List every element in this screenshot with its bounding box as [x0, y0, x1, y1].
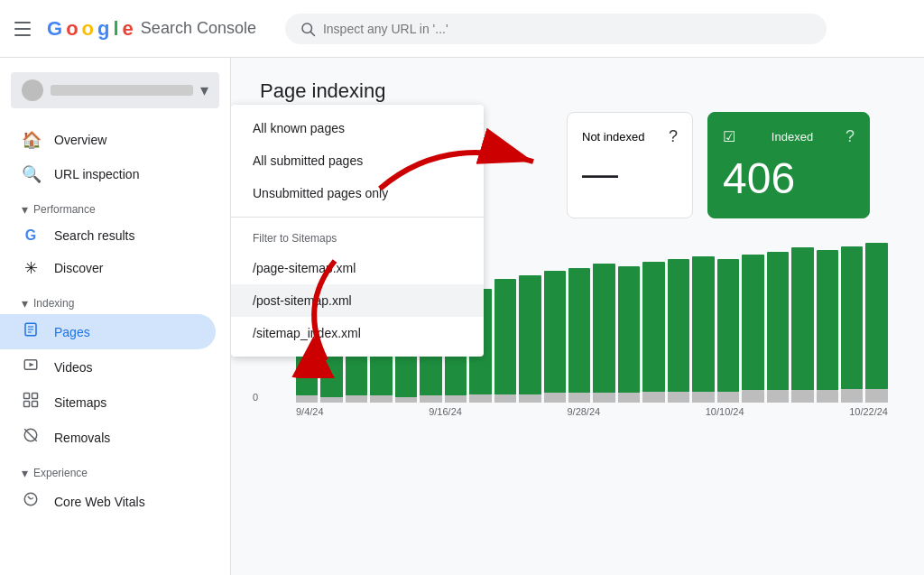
sidebar-item-label: Removals: [54, 431, 110, 445]
sidebar-item-label: Discover: [54, 261, 103, 275]
chart-bar-green: [642, 262, 664, 392]
sidebar-item-label: Sitemaps: [54, 395, 106, 410]
not-indexed-card: Not indexed ? —: [567, 112, 693, 218]
sidebar-item-label: URL inspection: [54, 167, 139, 181]
chart-bar-group: [618, 240, 640, 403]
google-icon: G: [22, 227, 40, 244]
home-icon: 🏠: [22, 130, 40, 150]
chart-bar-gray: [742, 390, 763, 403]
chart-bar-green: [494, 279, 516, 394]
hamburger-menu-button[interactable]: [14, 18, 36, 40]
chart-bar-gray: [395, 397, 417, 403]
chart-bar-group: [767, 240, 789, 403]
chart-bar-group: [544, 240, 566, 403]
chart-bar-gray: [420, 395, 441, 403]
sidebar-item-label: Search results: [54, 228, 134, 243]
chart-bar-green: [791, 247, 813, 390]
sidebar-item-removals[interactable]: Removals: [0, 420, 216, 455]
chart-bar-gray: [320, 397, 342, 403]
chart-x-label: 10/22/24: [849, 406, 888, 417]
sidebar-item-videos[interactable]: Videos: [0, 349, 216, 385]
not-indexed-title: Not indexed: [582, 130, 644, 144]
chart-bar-green: [817, 250, 838, 390]
url-search-input[interactable]: [323, 22, 812, 36]
chart-bar-group: [642, 240, 664, 403]
page-title: Page indexing: [260, 79, 895, 103]
logo-letter-g: G: [47, 17, 62, 41]
chart-bar-gray: [767, 390, 789, 403]
indexed-card-header: ☑ Indexed ?: [723, 127, 855, 146]
indexed-checkbox-icon: ☑: [723, 128, 735, 145]
cards-row: Not indexed ? — ☑ Indexed ? 406: [567, 112, 895, 218]
chart-bar-gray: [370, 395, 392, 403]
property-selector[interactable]: ▾: [11, 72, 219, 108]
removals-icon: [22, 427, 40, 448]
chart-bar-group: [817, 240, 838, 403]
sidebar-item-core-web-vitals[interactable]: Core Web Vitals: [0, 484, 216, 519]
chart-bar-group: [717, 240, 739, 403]
search-icon: 🔍: [22, 164, 40, 184]
sitemaps-icon: [22, 392, 40, 413]
filter-sitemaps-label: Filter to Sitemaps: [231, 225, 484, 252]
sidebar-item-label: Overview: [54, 133, 106, 147]
pages-icon: [22, 321, 40, 342]
logo-letter-e: e: [123, 17, 134, 41]
chart-bar-group: [668, 240, 689, 403]
chart-bar-group: [494, 240, 516, 403]
logo-letter-g2: g: [97, 17, 109, 41]
chart-bar-gray: [791, 390, 813, 403]
section-label: Indexing: [33, 297, 74, 310]
not-indexed-value: —: [582, 153, 678, 194]
sidebar-item-pages[interactable]: Pages: [0, 314, 216, 349]
performance-section[interactable]: ▾ Performance: [0, 191, 230, 220]
sidebar-item-url-inspection[interactable]: 🔍 URL inspection: [0, 157, 216, 191]
sidebar-item-sitemaps[interactable]: Sitemaps: [0, 385, 216, 420]
chart-bar-gray: [346, 395, 367, 403]
chart-bar-gray: [817, 390, 838, 403]
chart-bar-green: [767, 252, 789, 390]
app-name-label: Search Console: [141, 19, 256, 38]
chart-bar-green: [593, 264, 614, 393]
sidebar-item-discover[interactable]: ✳ Discover: [0, 251, 216, 285]
chart-bar-gray: [642, 392, 664, 403]
chart-bar-gray: [494, 394, 516, 403]
chart-bar-group: [568, 240, 590, 403]
indexed-title: Indexed: [772, 130, 813, 144]
svg-rect-9: [32, 394, 38, 399]
section-label: Experience: [33, 467, 88, 479]
indexed-value: 406: [723, 153, 855, 203]
dropdown-divider: [231, 217, 484, 218]
logo-letter-o2: o: [82, 17, 94, 41]
sidebar-item-overview[interactable]: 🏠 Overview: [0, 123, 216, 157]
chevron-icon: ▾: [22, 466, 28, 480]
experience-section[interactable]: ▾ Experience: [0, 455, 230, 484]
help-icon-not-indexed[interactable]: ?: [669, 127, 678, 146]
chart-bar-group: [742, 240, 763, 403]
url-search-bar[interactable]: [285, 14, 827, 44]
chart-bar-green: [618, 266, 640, 393]
sidebar-item-label: Pages: [54, 325, 90, 339]
chart-bar-group: [593, 240, 614, 403]
chart-bar-gray: [519, 394, 541, 403]
chevron-icon: ▾: [22, 202, 28, 217]
chart-bar-gray: [717, 392, 739, 403]
svg-rect-10: [24, 402, 30, 407]
red-arrow-right: [371, 116, 551, 207]
sidebar-item-label: Videos: [54, 360, 93, 375]
sidebar-item-search-results[interactable]: G Search results: [0, 220, 216, 251]
chart-bar-green: [692, 256, 714, 392]
chart-bar-group: [865, 240, 887, 403]
chart-bar-group: [519, 240, 541, 403]
chart-x-label: 10/10/24: [706, 406, 744, 417]
svg-marker-7: [30, 363, 34, 367]
app-body: ▾ 🏠 Overview 🔍 URL inspection ▾ Performa…: [0, 58, 924, 575]
videos-icon: [22, 357, 40, 377]
help-icon-indexed[interactable]: ?: [845, 127, 855, 146]
indexing-section[interactable]: ▾ Indexing: [0, 285, 230, 314]
app-header: Google Search Console: [0, 0, 924, 58]
chart-x-labels: 9/4/249/16/249/28/2410/10/2410/22/24: [260, 403, 895, 421]
red-arrow-down: [281, 252, 389, 378]
chart-bar-gray: [593, 393, 614, 403]
chart-bar-gray: [568, 393, 590, 403]
chart-bar-green: [841, 246, 863, 389]
